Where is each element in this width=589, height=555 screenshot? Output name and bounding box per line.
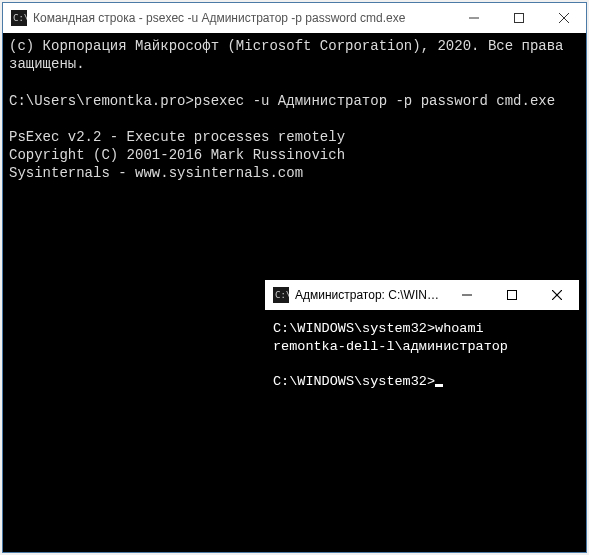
svg-rect-3	[514, 14, 523, 23]
admin-titlebar[interactable]: C:\ Администратор: C:\WIND...	[265, 280, 579, 310]
terminal-prompt: C:\WINDOWS\system32>	[273, 374, 435, 389]
maximize-button[interactable]	[496, 3, 541, 33]
minimize-button[interactable]	[451, 3, 496, 33]
admin-cmd-window: C:\ Администратор: C:\WIND... C:\WINDOWS…	[264, 279, 580, 480]
admin-title-text: Администратор: C:\WIND...	[295, 288, 445, 302]
terminal-line: C:\Users\remontka.pro>psexec -u Админист…	[9, 93, 555, 109]
svg-text:C:\: C:\	[13, 13, 27, 23]
maximize-button[interactable]	[490, 280, 535, 310]
minimize-button[interactable]	[445, 280, 490, 310]
close-button[interactable]	[541, 3, 586, 33]
svg-rect-9	[507, 291, 516, 300]
terminal-line: Sysinternals - www.sysinternals.com	[9, 165, 303, 181]
terminal-line: remontka-dell-l\администратор	[273, 339, 508, 354]
cursor	[435, 384, 443, 387]
svg-text:C:\: C:\	[275, 290, 289, 300]
terminal-line: PsExec v2.2 - Execute processes remotely	[9, 129, 345, 145]
close-button[interactable]	[534, 280, 579, 310]
cmd-icon: C:\	[273, 287, 289, 303]
terminal-line: C:\WINDOWS\system32>whoami	[273, 321, 484, 336]
main-titlebar[interactable]: C:\ Командная строка - psexec -u Админис…	[3, 3, 586, 33]
admin-terminal[interactable]: C:\WINDOWS\system32>whoami remontka-dell…	[265, 310, 579, 479]
terminal-line: (с) Корпорация Майкрософт (Microsoft Cor…	[9, 38, 572, 72]
main-title-text: Командная строка - psexec -u Администрат…	[33, 11, 405, 25]
cmd-icon: C:\	[11, 10, 27, 26]
terminal-line: Copyright (C) 2001-2016 Mark Russinovich	[9, 147, 345, 163]
